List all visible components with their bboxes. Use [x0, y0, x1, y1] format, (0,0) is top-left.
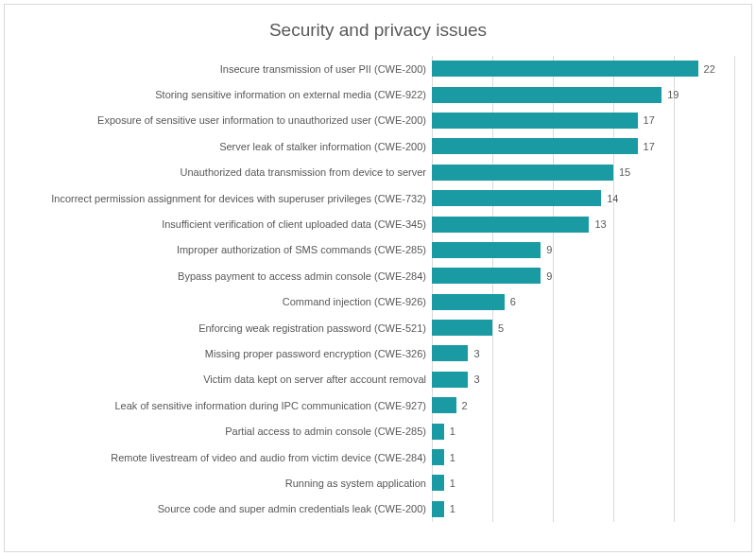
value-label: 22: [704, 63, 715, 75]
value-label: 6: [510, 296, 516, 307]
category-label: Enforcing weak registration password (CW…: [198, 322, 426, 334]
bar: [432, 138, 638, 154]
chart-frame: Security and privacy issues Insecure tra…: [4, 4, 752, 552]
value-label: 3: [473, 374, 479, 385]
category-row: Victim data kept on server after account…: [22, 367, 432, 392]
category-label: Remote livestream of video and audio fro…: [111, 452, 426, 463]
value-label: 5: [498, 322, 504, 334]
category-row: Unauthorized data transmission from devi…: [22, 160, 432, 185]
bar: [432, 87, 662, 103]
bar-row: 13: [432, 211, 734, 236]
category-label: Unauthorized data transmission from devi…: [180, 166, 426, 178]
bar-row: 1: [432, 470, 734, 495]
value-label: 13: [594, 218, 606, 230]
category-row: Remote livestream of video and audio fro…: [22, 444, 432, 470]
chart-body: Insecure transmission of user PII (CWE-2…: [22, 56, 734, 522]
value-label: 9: [546, 244, 552, 255]
bar-row: 3: [432, 367, 734, 392]
plot-area: 2219171715141399653321111: [432, 56, 734, 522]
bar-row: 15: [432, 160, 734, 185]
bar-row: 6: [432, 289, 734, 315]
bar: [432, 475, 444, 491]
bar-row: 1: [432, 418, 734, 443]
bar-row: 3: [432, 340, 734, 366]
category-row: Storing sensitive information on externa…: [22, 81, 432, 107]
category-label: Incorrect permission assignment for devi…: [51, 193, 426, 204]
category-label: Exposure of sensitive user information t…: [97, 114, 426, 126]
category-row: Insecure transmission of user PII (CWE-2…: [22, 56, 432, 81]
category-label: Missing proper password encryption (CWE-…: [205, 348, 426, 359]
bar: [432, 190, 601, 206]
category-row: Bypass payment to access admin console (…: [22, 263, 432, 288]
bar: [432, 424, 444, 440]
category-label: Insecure transmission of user PII (CWE-2…: [220, 63, 426, 75]
category-row: Incorrect permission assignment for devi…: [22, 185, 432, 211]
bar-row: 9: [432, 237, 734, 263]
bar-row: 5: [432, 315, 734, 340]
bar: [432, 372, 468, 388]
category-row: Command injection (CWE-926): [22, 289, 432, 315]
category-label: Partial access to admin console (CWE-285…: [225, 426, 426, 437]
bar-row: 1: [432, 496, 734, 522]
bar: [432, 113, 638, 129]
category-row: Insufficient verification of client uplo…: [22, 211, 432, 236]
category-row: Running as system application: [22, 470, 432, 495]
bar-row: 17: [432, 133, 734, 159]
bar: [432, 242, 541, 258]
category-label: Running as system application: [285, 478, 426, 489]
gridline: [734, 56, 735, 522]
value-label: 14: [607, 193, 618, 204]
value-label: 17: [644, 141, 655, 152]
bar-row: 17: [432, 108, 734, 133]
value-label: 1: [450, 452, 455, 463]
bar: [432, 320, 492, 336]
value-label: 2: [462, 400, 468, 411]
category-labels: Insecure transmission of user PII (CWE-2…: [22, 56, 432, 522]
category-label: Command injection (CWE-926): [283, 296, 426, 307]
category-row: Leak of sensitive information during IPC…: [22, 392, 432, 418]
bar: [432, 345, 468, 361]
value-label: 1: [450, 478, 455, 489]
bars: 2219171715141399653321111: [432, 56, 734, 522]
bar-row: 1: [432, 444, 734, 470]
category-row: Improper authorization of SMS commands (…: [22, 237, 432, 263]
category-label: Victim data kept on server after account…: [203, 374, 426, 385]
bar-row: 22: [432, 56, 734, 81]
bar: [432, 217, 589, 233]
bar: [432, 268, 541, 284]
category-row: Enforcing weak registration password (CW…: [22, 315, 432, 340]
chart-title: Security and privacy issues: [22, 20, 734, 41]
bar-row: 19: [432, 81, 734, 107]
value-label: 15: [619, 166, 630, 178]
bar: [432, 397, 456, 413]
category-label: Source code and super admin credentials …: [158, 503, 426, 514]
bar: [432, 449, 444, 465]
value-label: 19: [667, 89, 679, 100]
bar: [432, 501, 444, 517]
category-row: Server leak of stalker information (CWE-…: [22, 133, 432, 159]
value-label: 3: [473, 348, 479, 359]
bar: [432, 61, 698, 77]
bar: [432, 294, 505, 310]
category-label: Storing sensitive information on externa…: [155, 89, 426, 100]
value-label: 1: [450, 426, 455, 437]
value-label: 1: [450, 503, 455, 514]
category-label: Leak of sensitive information during IPC…: [114, 400, 426, 411]
bar-row: 2: [432, 392, 734, 418]
bar: [432, 165, 613, 181]
category-row: Missing proper password encryption (CWE-…: [22, 340, 432, 366]
category-label: Server leak of stalker information (CWE-…: [219, 141, 426, 152]
category-label: Insufficient verification of client uplo…: [162, 218, 426, 230]
category-label: Bypass payment to access admin console (…: [178, 270, 426, 282]
value-label: 9: [546, 270, 552, 282]
category-row: Exposure of sensitive user information t…: [22, 108, 432, 133]
bar-row: 14: [432, 185, 734, 211]
category-row: Source code and super admin credentials …: [22, 496, 432, 522]
bar-row: 9: [432, 263, 734, 288]
category-label: Improper authorization of SMS commands (…: [177, 244, 426, 255]
value-label: 17: [644, 114, 655, 126]
category-row: Partial access to admin console (CWE-285…: [22, 418, 432, 443]
